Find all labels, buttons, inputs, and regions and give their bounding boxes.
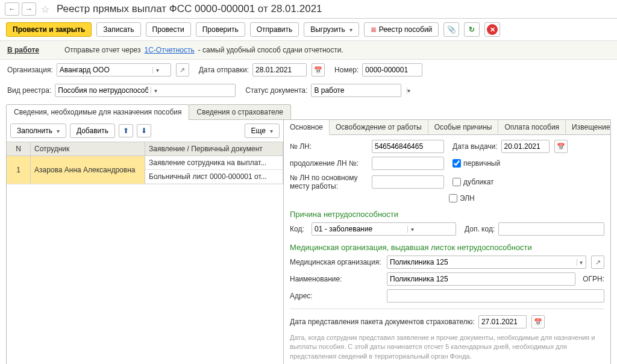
- mainplace-label: № ЛН по основному месту работы:: [290, 174, 368, 190]
- cell-doc2: Больничный лист 0000-000001 от...: [145, 169, 283, 183]
- favorite-icon[interactable]: ☆: [41, 4, 49, 15]
- cell-emp: Азарова Анна Александровна: [31, 156, 145, 184]
- send-button[interactable]: Отправить: [250, 22, 299, 37]
- fill-button[interactable]: Заполнить: [10, 124, 66, 138]
- post-button[interactable]: Провести: [146, 22, 191, 37]
- rtab-fss-notice[interactable]: Извещение из ФСС / От: [566, 120, 610, 134]
- date-picker-button[interactable]: 📅: [312, 63, 325, 77]
- date-label: Дата отправки:: [199, 66, 249, 74]
- medorg-label: Медицинская организация:: [290, 258, 383, 266]
- back-button[interactable]: ←: [5, 2, 19, 16]
- cancel-button[interactable]: ✕: [484, 22, 500, 37]
- dup-checkbox[interactable]: дубликат: [453, 178, 494, 186]
- type-label: Вид реестра:: [7, 86, 51, 95]
- issue-input[interactable]: [502, 140, 597, 152]
- num-label: Номер:: [334, 66, 359, 74]
- org-open-button[interactable]: ↗: [176, 63, 189, 77]
- check-button[interactable]: Проверить: [196, 22, 245, 37]
- move-down-button[interactable]: ⬇: [137, 124, 151, 137]
- cell-doc1: Заявление сотрудника на выплат...: [145, 156, 283, 169]
- eln-checkbox[interactable]: ЭЛН: [449, 194, 475, 202]
- more-button[interactable]: Еще: [245, 124, 280, 138]
- code-label: Код:: [290, 225, 308, 233]
- docstatus-input[interactable]: [312, 84, 407, 96]
- rtab-special[interactable]: Особые причины: [428, 120, 499, 134]
- reason-title: Причина нетрудоспособности: [290, 210, 604, 219]
- 1c-report-link[interactable]: 1С-Отчетность: [145, 46, 195, 54]
- close-circle-icon: ✕: [487, 24, 498, 35]
- addcode-input[interactable]: [499, 223, 604, 235]
- addr-label: Адрес:: [290, 292, 383, 300]
- pkgdate-picker[interactable]: 📅: [531, 315, 545, 328]
- docstatus-label: Статус документа:: [245, 86, 307, 95]
- docstatus-dropdown[interactable]: ▾: [407, 87, 410, 94]
- col-emp-header: Сотрудник: [31, 142, 145, 155]
- add-button[interactable]: Добавить: [70, 124, 115, 138]
- pkgdate-hint: Дата, когда сотрудник представил заявлен…: [290, 333, 604, 361]
- addcode-label: Доп. код:: [465, 225, 495, 233]
- forward-button[interactable]: →: [22, 2, 36, 16]
- name-label: Наименование:: [290, 275, 383, 283]
- page-title: Реестр прямых выплат ФСС 0000-000001 от …: [57, 3, 322, 15]
- col-doc-header: Заявление / Первичный документ: [145, 142, 283, 155]
- status-hint-prefix: Отправьте отчет через: [64, 46, 141, 54]
- org-input[interactable]: [57, 64, 152, 76]
- rtab-main[interactable]: Основное: [284, 120, 330, 135]
- name-input[interactable]: [387, 273, 575, 285]
- issue-label: Дата выдачи:: [453, 142, 498, 151]
- medorg-input[interactable]: [387, 256, 577, 268]
- pkgdate-label: Дата представления пакета документов стр…: [290, 318, 475, 326]
- cell-n: 1: [7, 156, 31, 184]
- paperclip-icon: 📎: [447, 25, 456, 34]
- num-input[interactable]: [363, 64, 458, 76]
- list-icon: ≣: [371, 25, 377, 34]
- medorg-dropdown[interactable]: ▾: [577, 259, 586, 266]
- cont-label: продолжение ЛН №:: [290, 159, 368, 168]
- code-input[interactable]: [312, 223, 407, 235]
- attach-button[interactable]: 📎: [443, 22, 459, 37]
- table-row[interactable]: 1 Азарова Анна Александровна Заявление с…: [7, 156, 283, 184]
- registry-button[interactable]: ≣ Реестр пособий: [364, 22, 439, 37]
- addr-input[interactable]: [387, 290, 604, 302]
- tab-insurer-info[interactable]: Сведения о страхователе: [189, 104, 291, 119]
- org-label: Организация:: [7, 66, 53, 74]
- ogrn-label: ОГРН:: [583, 275, 604, 283]
- rtab-release[interactable]: Освобождение от работы: [330, 120, 428, 134]
- issue-date-picker[interactable]: 📅: [554, 140, 568, 153]
- tab-assignment-info[interactable]: Сведения, необходимые для назначения пос…: [6, 104, 189, 119]
- type-dropdown[interactable]: ▾: [151, 87, 160, 94]
- medorg-title: Медицинская организация, выдавшая листок…: [290, 243, 604, 252]
- refresh-icon: ↻: [469, 25, 475, 34]
- post-and-close-button[interactable]: Провести и закрыть: [6, 22, 92, 37]
- code-dropdown[interactable]: ▾: [407, 226, 417, 233]
- primary-checkbox[interactable]: первичный: [453, 159, 500, 168]
- save-button[interactable]: Записать: [96, 22, 140, 37]
- refresh-button[interactable]: ↻: [464, 22, 480, 37]
- medorg-open-button[interactable]: ↗: [591, 256, 604, 269]
- move-up-button[interactable]: ⬆: [119, 124, 133, 137]
- col-n-header: N: [7, 142, 31, 155]
- type-input[interactable]: [55, 84, 151, 96]
- rtab-payment[interactable]: Оплата пособия: [498, 120, 566, 134]
- org-dropdown[interactable]: ▾: [152, 67, 162, 74]
- status-hint-suffix: - самый удобный способ сдачи отчетности.: [198, 46, 343, 54]
- pkgdate-input[interactable]: [479, 316, 574, 328]
- export-button[interactable]: Выгрузить: [304, 22, 359, 37]
- status-link[interactable]: В работе: [7, 46, 39, 54]
- ln-label: № ЛН:: [290, 142, 368, 151]
